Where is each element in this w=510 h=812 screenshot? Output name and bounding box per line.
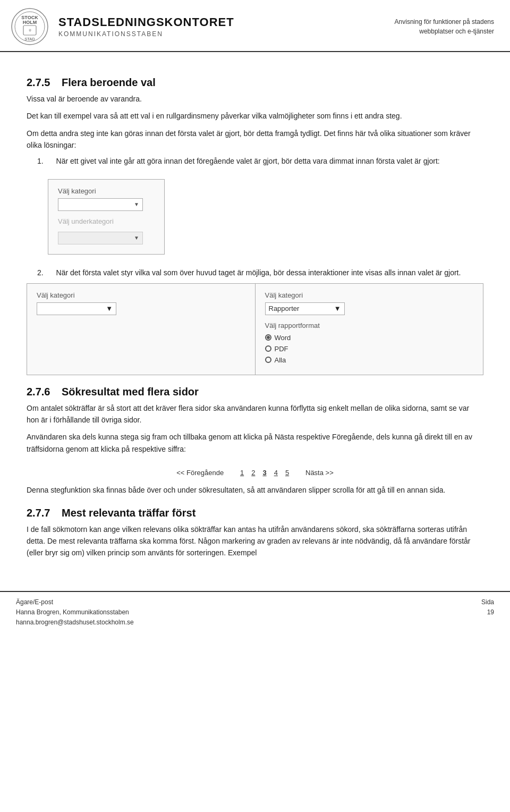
- radio-pdf-icon: [265, 345, 271, 352]
- panel-left-arrow-icon: ▼: [106, 304, 113, 312]
- org-title: STADSLEDNINGSKONTORET: [58, 15, 395, 29]
- org-subtitle: KOMMUNIKATIONSSTABEN: [58, 30, 395, 38]
- section-276-para1: Om antalet sökträffar är så stort att de…: [27, 402, 483, 426]
- pagination-page-2[interactable]: 2: [249, 468, 257, 478]
- svg-text:HOLM: HOLM: [23, 20, 37, 25]
- demo1-select2-disabled: ▼: [58, 232, 143, 244]
- section-277-heading: 2.7.7 Mest relevanta träffar först: [27, 507, 483, 519]
- radio-word-label: Word: [275, 334, 291, 342]
- pagination-separator2: [294, 469, 300, 477]
- pagination-page-5[interactable]: 5: [283, 468, 291, 478]
- demo1-select1[interactable]: ▼: [58, 198, 143, 211]
- section-275-para2: Det kan till exempel vara så att ett val…: [27, 110, 483, 122]
- section-275-heading: 2.7.5 Flera beroende val: [27, 77, 483, 89]
- panel-right: Välj kategori Rapporter ▼ Välj rapportfo…: [256, 284, 483, 375]
- section-275-para1: Vissa val är beroende av varandra.: [27, 93, 483, 105]
- radio-word-item[interactable]: Word: [265, 334, 474, 342]
- pagination-prev[interactable]: << Föregående: [174, 468, 226, 478]
- panel-left-select[interactable]: ▼: [37, 302, 116, 315]
- section-275-para3: Om detta andra steg inte kan göras innan…: [27, 128, 483, 151]
- section-276-title: Sökresultat med flera sidor: [62, 386, 199, 398]
- header-description: Anvisning för funktioner på stadens webb…: [395, 17, 494, 36]
- radio-group: Välj rapportformat Word PDF Alla: [265, 322, 474, 364]
- radio-word-icon: [265, 334, 271, 341]
- demo1-box: Välj kategori ▼ Välj underkategori ▼: [48, 179, 165, 255]
- item2: 2. När det första valet styr vilka val s…: [37, 268, 483, 277]
- section-276-heading: 2.7.6 Sökresultat med flera sidor: [27, 386, 483, 398]
- svg-text:⚜: ⚜: [28, 28, 32, 33]
- pagination-page-3-current[interactable]: 3: [260, 468, 268, 478]
- pagination-page-4[interactable]: 4: [272, 468, 280, 478]
- footer-left: Ägare/E-post Hanna Brogren, Kommunikatio…: [16, 597, 134, 628]
- item2-num: 2.: [37, 268, 44, 277]
- panel-right-arrow-icon: ▼: [334, 304, 341, 312]
- stockholm-logo: STOCK HOLM ⚜ STAD: [11, 7, 49, 46]
- section-276-num: 2.7.6: [27, 386, 53, 398]
- radio-group-label: Välj rapportformat: [265, 322, 474, 329]
- footer-page-num: 19: [481, 607, 494, 618]
- pagination-separator: [229, 469, 235, 477]
- section-275-num: 2.7.5: [27, 77, 53, 89]
- radio-pdf-label: PDF: [275, 345, 288, 353]
- dropdown-arrow-disabled-icon: ▼: [134, 235, 139, 241]
- section-277-para1: I de fall sökmotorn kan ange vilken rele…: [27, 523, 483, 559]
- panel-right-label: Välj kategori: [265, 291, 474, 299]
- svg-text:STAD: STAD: [24, 37, 35, 41]
- section-276-para3: Denna stegfunktion ska finnas både över …: [27, 484, 483, 496]
- section-277-title: Mest relevanta träffar först: [62, 507, 196, 519]
- radio-pdf-item[interactable]: PDF: [265, 345, 474, 353]
- footer-owner-email: hanna.brogren@stadshuset.stockholm.se: [16, 618, 134, 628]
- page-footer: Ägare/E-post Hanna Brogren, Kommunikatio…: [0, 591, 510, 632]
- panel-right-select[interactable]: Rapporter ▼: [265, 302, 345, 315]
- pagination-demo: << Föregående 1 2 3 4 5 Nästa >>: [27, 468, 483, 478]
- dropdown-arrow-icon: ▼: [134, 201, 139, 207]
- footer-page-label: Sida: [481, 597, 494, 607]
- panel-left-label: Välj kategori: [37, 291, 245, 299]
- pagination-page-1[interactable]: 1: [238, 468, 246, 478]
- page-header: STOCK HOLM ⚜ STAD STADSLEDNINGSKONTORET …: [0, 0, 510, 52]
- main-content: 2.7.5 Flera beroende val Vissa val är be…: [0, 52, 510, 575]
- header-desc-line1: Anvisning för funktioner på stadens: [395, 17, 494, 27]
- section-275-title: Flera beroende val: [62, 77, 156, 89]
- item1: 1. När ett givet val inte går att göra i…: [37, 157, 483, 165]
- section-277-num: 2.7.7: [27, 507, 53, 519]
- panel-left: Välj kategori ▼: [27, 284, 256, 375]
- footer-owner-name: Hanna Brogren, Kommunikationsstaben: [16, 607, 134, 618]
- item1-num: 1.: [37, 157, 44, 165]
- item2-text: När det första valet styr vilka val som …: [56, 268, 461, 277]
- section-276-para2: Användaren ska dels kunna stega sig fram…: [27, 431, 483, 455]
- radio-alla-icon: [265, 357, 271, 363]
- header-desc-line2: webbplatser och e-tjänster: [395, 27, 494, 36]
- panel-right-select-value: Rapporter: [269, 304, 300, 312]
- radio-alla-label: Alla: [275, 356, 286, 364]
- demo1-label2: Välj underkategori: [58, 217, 155, 225]
- footer-right: Sida 19: [481, 597, 494, 618]
- footer-owner-label: Ägare/E-post: [16, 597, 134, 607]
- demo2-two-panel: Välj kategori ▼ Välj kategori Rapporter …: [27, 283, 483, 375]
- radio-alla-item[interactable]: Alla: [265, 356, 474, 364]
- pagination-next[interactable]: Nästa >>: [303, 468, 336, 478]
- item1-text: När ett givet val inte går att göra inna…: [56, 157, 440, 165]
- demo1-label1: Välj kategori: [58, 187, 155, 195]
- org-info: STADSLEDNINGSKONTORET KOMMUNIKATIONSSTAB…: [58, 15, 395, 38]
